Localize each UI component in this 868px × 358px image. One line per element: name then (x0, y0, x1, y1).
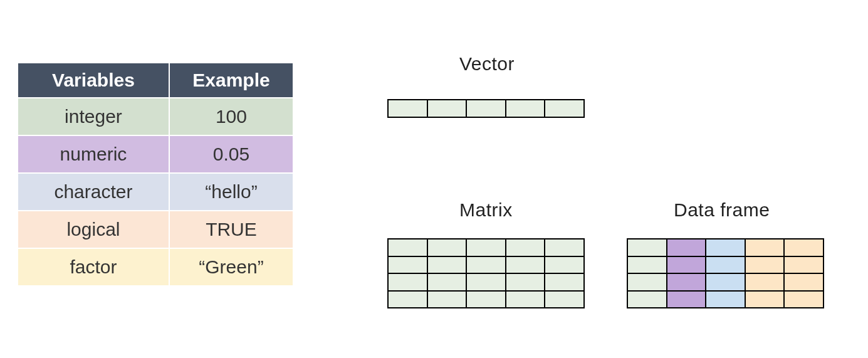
grid-cell (627, 256, 667, 274)
grid-cell (388, 256, 427, 274)
table-header-row: Variables Example (18, 63, 293, 98)
table-row: numeric 0.05 (18, 135, 293, 173)
cell-example: “Green” (169, 248, 293, 286)
header-variables: Variables (18, 63, 169, 98)
cell-example: 0.05 (169, 135, 293, 173)
grid-cell (545, 256, 584, 274)
diagram-canvas: Variables Example integer 100 numeric 0.… (0, 0, 868, 358)
cell-example: 100 (169, 98, 293, 135)
table-row: logical TRUE (18, 211, 293, 248)
grid-cell (466, 100, 506, 117)
grid-cell (506, 100, 545, 117)
grid-cell (667, 239, 706, 256)
grid-cell (545, 239, 584, 256)
grid-cell (784, 291, 824, 308)
grid-cell (388, 273, 427, 291)
matrix-grid (387, 238, 585, 308)
grid-cell (506, 256, 545, 274)
grid-cell (745, 291, 785, 308)
table-row: factor “Green” (18, 248, 293, 286)
cell-example: “hello” (169, 173, 293, 211)
grid-cell (667, 291, 706, 308)
grid-cell (427, 256, 467, 274)
grid-cell (706, 239, 745, 256)
grid-cell (506, 291, 545, 308)
cell-type: factor (18, 248, 169, 286)
header-example: Example (169, 63, 293, 98)
grid-cell (427, 100, 467, 117)
cell-type: character (18, 173, 169, 211)
grid-cell (545, 100, 584, 117)
grid-cell (706, 273, 745, 291)
grid-cell (388, 100, 427, 117)
grid-cell (745, 256, 785, 274)
grid-cell (706, 256, 745, 274)
grid-cell (745, 273, 785, 291)
grid-cell (466, 291, 506, 308)
grid-cell (427, 239, 467, 256)
grid-cell (667, 273, 706, 291)
vector-grid (387, 99, 585, 118)
grid-cell (466, 256, 506, 274)
dataframe-grid (627, 238, 824, 308)
grid-cell (466, 273, 506, 291)
grid-cell (706, 291, 745, 308)
grid-cell (784, 273, 824, 291)
grid-cell (627, 273, 667, 291)
grid-cell (388, 291, 427, 308)
cell-type: numeric (18, 135, 169, 173)
grid-cell (784, 239, 824, 256)
cell-type: logical (18, 211, 169, 248)
grid-cell (627, 239, 667, 256)
grid-cell (745, 239, 785, 256)
grid-cell (545, 273, 584, 291)
table-row: character “hello” (18, 173, 293, 211)
grid-cell (466, 239, 506, 256)
dataframe-title: Data frame (674, 199, 770, 221)
cell-type: integer (18, 98, 169, 135)
cell-example: TRUE (169, 211, 293, 248)
matrix-title: Matrix (459, 199, 513, 221)
grid-cell (667, 256, 706, 274)
grid-cell (627, 291, 667, 308)
vector-title: Vector (459, 53, 515, 75)
grid-cell (506, 239, 545, 256)
variables-table: Variables Example integer 100 numeric 0.… (18, 63, 293, 286)
table-row: integer 100 (18, 98, 293, 135)
grid-cell (427, 273, 467, 291)
grid-cell (427, 291, 467, 308)
grid-cell (545, 291, 584, 308)
grid-cell (388, 239, 427, 256)
grid-cell (506, 273, 545, 291)
grid-cell (784, 256, 824, 274)
